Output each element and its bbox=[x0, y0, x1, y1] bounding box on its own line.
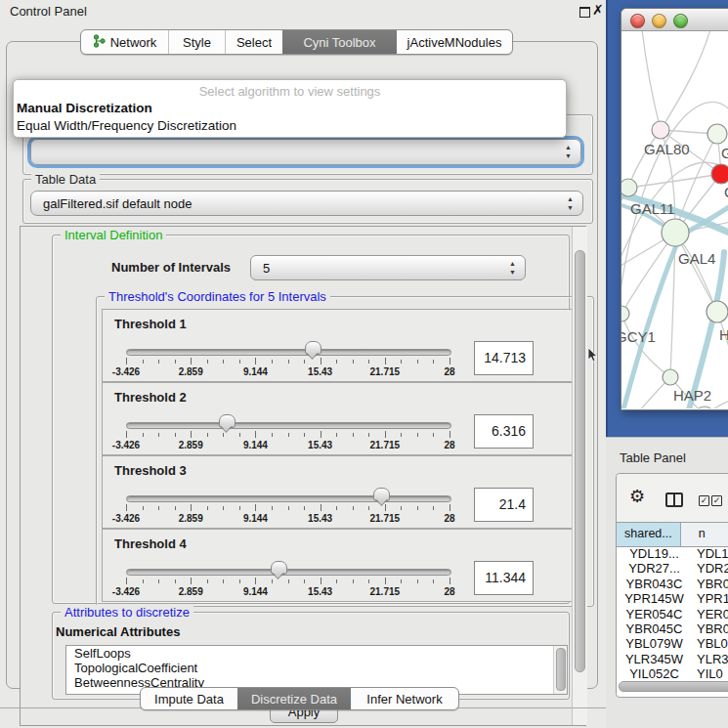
scrollbar-thumb[interactable] bbox=[575, 250, 585, 672]
algorithm-option-manual-discretization[interactable]: Manual Discretization bbox=[16, 100, 564, 117]
tab-select[interactable]: Select bbox=[226, 30, 282, 54]
slider-tick-labels: -3.4262.8599.14415.4321.71528 bbox=[126, 440, 450, 451]
tick-mark bbox=[385, 358, 386, 364]
node-circle[interactable] bbox=[663, 369, 678, 385]
cell-name: YDR2 bbox=[692, 561, 728, 576]
attributes-scrollbar[interactable] bbox=[553, 646, 567, 694]
checkbox-checked-icon[interactable]: ✓ bbox=[699, 495, 709, 506]
tick-label: 2.859 bbox=[179, 366, 203, 377]
gear-icon[interactable]: ⚙ bbox=[629, 486, 645, 506]
table-data-combobox[interactable]: galFiltered.sif default node ▲▼ bbox=[30, 191, 583, 216]
threshold-value-field[interactable]: 14.713 bbox=[474, 341, 534, 375]
scrollbar-thumb[interactable] bbox=[556, 648, 566, 691]
number-of-intervals-value: 5 bbox=[263, 256, 270, 280]
tab-discretize-data[interactable]: Discretize Data bbox=[237, 688, 351, 709]
table-row[interactable]: YPR145WYPR1 bbox=[617, 591, 728, 606]
table-row[interactable]: YBR043CYBR0 bbox=[617, 577, 728, 591]
tick-mark bbox=[175, 433, 176, 437]
tick-mark bbox=[417, 360, 418, 364]
table-row[interactable]: YDL19...YDL1 bbox=[617, 546, 728, 561]
attribute-item-selfloops[interactable]: SelfLoops bbox=[66, 646, 567, 661]
node-circle[interactable] bbox=[662, 219, 689, 246]
threshold-slider[interactable]: -3.4262.8599.14415.4321.71528 bbox=[126, 559, 450, 598]
cell-shared-name: YBR045C bbox=[617, 621, 692, 636]
slider-thumb[interactable] bbox=[305, 341, 321, 355]
slider-thumb[interactable] bbox=[373, 488, 390, 501]
tick-label: 15.43 bbox=[308, 366, 332, 377]
threshold-label: Threshold 4 bbox=[114, 536, 187, 551]
tick-mark bbox=[239, 579, 240, 583]
split-view-icon[interactable] bbox=[665, 492, 683, 507]
table-row[interactable]: YDR27...YDR2 bbox=[617, 561, 728, 576]
network-window-titlebar[interactable] bbox=[621, 9, 728, 31]
attribute-item-topologicalcoefficient[interactable]: TopologicalCoefficient bbox=[66, 661, 567, 675]
threshold-slider[interactable]: -3.4262.8599.14415.4321.71528 bbox=[126, 412, 450, 451]
table-row[interactable]: YBL079WYBL0 bbox=[617, 636, 728, 651]
threshold-value-field[interactable]: 21.4 bbox=[474, 488, 534, 522]
table-row[interactable]: YBR045CYBR0 bbox=[617, 621, 728, 636]
tick-mark bbox=[433, 579, 434, 583]
algorithm-combobox[interactable]: ▲▼ bbox=[30, 139, 581, 165]
tick-mark bbox=[368, 579, 369, 583]
float-window-icon[interactable] bbox=[579, 7, 590, 18]
node-circle[interactable] bbox=[621, 179, 637, 196]
number-of-intervals-combobox[interactable]: 5 ▲▼ bbox=[250, 255, 526, 280]
slider-track[interactable] bbox=[126, 349, 451, 356]
tick-mark bbox=[450, 431, 450, 438]
tick-label: 21.715 bbox=[370, 366, 401, 377]
scrollbar-thumb[interactable] bbox=[619, 681, 728, 692]
slider-track[interactable] bbox=[126, 569, 451, 576]
table-data-value: galFiltered.sif default node bbox=[43, 192, 192, 216]
tick-mark bbox=[353, 506, 354, 510]
cyni-toolbox-panel: Discretization Algorithm ▲▼ Table Data g… bbox=[6, 41, 598, 689]
tab-label: Impute Data bbox=[154, 692, 224, 707]
algorithm-option-equal-width-frequency-discretization[interactable]: Equal Width/Frequency Discretization bbox=[16, 117, 564, 135]
table-row[interactable]: YIL052CYIL0 bbox=[617, 666, 728, 679]
table-row[interactable]: YER054CYER0 bbox=[617, 607, 728, 621]
threshold-value-field[interactable]: 11.344 bbox=[474, 561, 534, 595]
tick-label: -3.426 bbox=[112, 440, 140, 450]
threshold-slider[interactable]: -3.4262.8599.14415.4321.71528 bbox=[126, 486, 450, 525]
table-horizontal-scrollbar[interactable] bbox=[619, 681, 728, 690]
settings-vertical-scrollbar[interactable] bbox=[572, 227, 587, 725]
slider-thumb[interactable] bbox=[219, 414, 236, 428]
checkbox-checked-icon[interactable]: ✓ bbox=[711, 495, 722, 506]
tick-mark bbox=[191, 358, 192, 364]
tab-infer-network[interactable]: Infer Network bbox=[351, 688, 458, 709]
column-header-name[interactable]: n bbox=[681, 523, 728, 546]
network-canvas[interactable]: GAL80GACGAL11GAL4GCY1HHAP2 bbox=[621, 31, 728, 408]
tick-mark bbox=[401, 579, 402, 583]
tick-mark bbox=[255, 431, 256, 438]
tick-mark bbox=[126, 431, 127, 438]
threshold-panel-1: Threshold 1-3.4262.8599.14415.4321.71528… bbox=[102, 309, 586, 382]
tick-mark bbox=[223, 433, 224, 437]
close-icon[interactable]: ✗ bbox=[592, 2, 604, 18]
tab-style[interactable]: Style bbox=[169, 30, 226, 54]
slider-thumb[interactable] bbox=[271, 561, 287, 575]
tab-network[interactable]: Network bbox=[81, 30, 169, 54]
tab-impute-data[interactable]: Impute Data bbox=[141, 688, 237, 709]
close-traffic-light-icon[interactable] bbox=[630, 14, 645, 28]
column-header-shared-name[interactable]: shared... bbox=[617, 523, 681, 546]
threshold-slider[interactable]: -3.4262.8599.14415.4321.71528 bbox=[126, 339, 450, 378]
tick-mark bbox=[191, 578, 192, 584]
zoom-traffic-light-icon[interactable] bbox=[673, 14, 688, 28]
minimize-traffic-light-icon[interactable] bbox=[652, 14, 666, 28]
node-circle[interactable] bbox=[711, 164, 728, 184]
slider-tick-labels: -3.4262.8599.14415.4321.71528 bbox=[126, 366, 450, 378]
numerical-attributes-label: Numerical Attributes bbox=[56, 624, 180, 639]
node-circle[interactable] bbox=[707, 124, 727, 144]
table-row[interactable]: YLR345WYLR3 bbox=[617, 652, 728, 666]
node-circle[interactable] bbox=[652, 121, 669, 139]
tab-cyni-toolbox[interactable]: Cyni Toolbox bbox=[282, 30, 397, 54]
edge-line bbox=[628, 174, 721, 188]
tick-mark bbox=[272, 433, 273, 437]
node-circle[interactable] bbox=[707, 301, 728, 322]
slider-track[interactable] bbox=[126, 422, 451, 429]
tab-jactivemnodules[interactable]: jActiveMNodules bbox=[397, 30, 512, 54]
group-title-thresholds: Threshold's Coordinates for 5 Intervals bbox=[105, 289, 330, 304]
threshold-value-field[interactable]: 6.316 bbox=[474, 414, 534, 449]
node-circle[interactable] bbox=[621, 306, 629, 321]
tick-label: 28 bbox=[444, 366, 454, 377]
slider-track[interactable] bbox=[126, 495, 451, 502]
